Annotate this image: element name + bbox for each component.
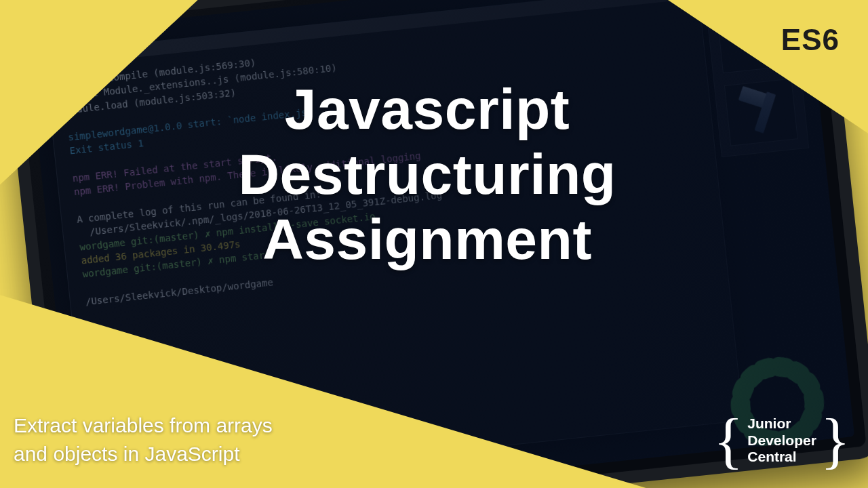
- title-line-3: Assignment: [176, 207, 678, 272]
- main-title: Javascript Destructuring Assignment: [176, 77, 678, 272]
- subtitle-line-1: Extract variables from arrays: [14, 411, 420, 441]
- brand-line-1: Junior: [747, 415, 816, 432]
- dock-app-xcode: [724, 79, 798, 146]
- brand-line-2: Developer: [747, 432, 816, 449]
- brand-line-3: Central: [747, 449, 816, 466]
- hammer-icon: [735, 86, 787, 138]
- brace-open-icon: {: [713, 409, 743, 472]
- thumbnail-stage: Module .compile (module.js:569:30) Objec…: [0, 0, 868, 488]
- brace-close-icon: }: [821, 409, 850, 472]
- title-line-1: Javascript: [176, 77, 678, 142]
- title-line-2: Destructuring: [176, 142, 678, 207]
- subtitle-line-2: and objects in JavaScript: [14, 440, 420, 469]
- subtitle: Extract variables from arrays and object…: [14, 411, 420, 469]
- brand-logo: { Junior Developer Central }: [713, 409, 850, 472]
